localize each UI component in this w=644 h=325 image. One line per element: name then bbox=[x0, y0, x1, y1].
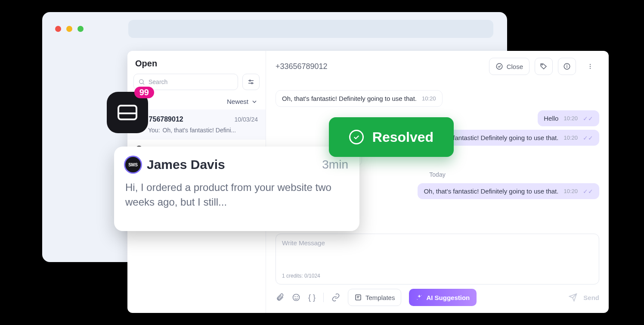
svg-point-6 bbox=[496, 63, 502, 69]
resolved-toast: Resolved bbox=[329, 117, 454, 157]
compose-box[interactable]: Write Message 1 credits: 0/1024 bbox=[276, 234, 599, 284]
chat-title: +33656789012 bbox=[276, 62, 484, 71]
templates-label: Templates bbox=[365, 294, 395, 301]
svg-point-20 bbox=[421, 295, 421, 296]
message-time: 10:20 bbox=[564, 188, 578, 194]
read-receipt-icon: ✓✓ bbox=[583, 188, 593, 195]
compose-toolbar: { } Templates AI Suggestion Send bbox=[266, 284, 609, 313]
minimize-dot[interactable] bbox=[66, 26, 72, 32]
inbox-badge: 99 bbox=[134, 87, 154, 98]
maximize-dot[interactable] bbox=[77, 26, 84, 32]
message-time: 10:20 bbox=[564, 134, 578, 141]
read-receipt-icon: ✓✓ bbox=[583, 115, 593, 122]
svg-point-14 bbox=[293, 294, 300, 301]
ai-suggestion-button[interactable]: AI Suggestion bbox=[409, 289, 477, 306]
sliders-icon bbox=[247, 78, 255, 86]
conversation-item[interactable]: +33 756789012 10/03/24 ✓✓You: Oh, that's… bbox=[127, 109, 266, 140]
sidebar-title: Open bbox=[127, 59, 266, 74]
templates-button[interactable]: Templates bbox=[348, 289, 401, 306]
info-icon bbox=[563, 62, 571, 70]
svg-point-13 bbox=[590, 68, 591, 69]
message-bubble: Oh, that's fantastic! Definitely going t… bbox=[418, 183, 599, 199]
message-text: Hello bbox=[544, 115, 558, 122]
svg-point-0 bbox=[139, 80, 143, 84]
svg-point-11 bbox=[590, 64, 591, 65]
tag-icon bbox=[540, 62, 548, 70]
svg-point-5 bbox=[251, 83, 253, 84]
notif-body: Hi, I ordered a product from your websit… bbox=[125, 180, 348, 209]
info-button[interactable] bbox=[558, 58, 576, 75]
message-bubble: Hello 10:20 ✓✓ bbox=[538, 110, 599, 126]
message-bubble: is fantastic! Definitely going to use th… bbox=[440, 130, 599, 146]
variable-icon[interactable]: { } bbox=[308, 293, 316, 302]
check-circle-icon bbox=[349, 130, 364, 144]
window-controls bbox=[55, 26, 84, 32]
conv-preview: ✓✓You: Oh, that's fantastic! Defini... bbox=[135, 127, 258, 134]
chat-header: +33656789012 Close bbox=[266, 51, 609, 82]
chevron-down-icon bbox=[251, 98, 258, 105]
svg-point-10 bbox=[567, 65, 567, 66]
url-bar[interactable] bbox=[128, 20, 493, 38]
schedule-send-icon[interactable] bbox=[569, 293, 577, 302]
sparkle-icon bbox=[416, 294, 423, 301]
search-icon bbox=[138, 78, 145, 85]
read-receipt-icon: ✓✓ bbox=[583, 134, 593, 141]
close-label: Close bbox=[507, 63, 523, 70]
notif-time: 3min bbox=[322, 158, 348, 172]
notification-card[interactable]: SMS James Davis 3min Hi, I ordered a pro… bbox=[114, 147, 359, 231]
conv-name: +33 756789012 bbox=[135, 116, 230, 123]
message-text: Oh, that's fantastic! Definitely going t… bbox=[282, 95, 417, 102]
svg-point-7 bbox=[542, 65, 543, 66]
inbox-icon bbox=[118, 105, 137, 120]
filter-button[interactable] bbox=[242, 74, 260, 90]
more-button[interactable] bbox=[581, 58, 599, 75]
svg-point-16 bbox=[297, 297, 297, 297]
close-button[interactable]: Close bbox=[489, 58, 529, 75]
message-text: is fantastic! Definitely going to use th… bbox=[446, 134, 558, 141]
link-icon[interactable] bbox=[331, 293, 340, 302]
separator bbox=[323, 293, 324, 302]
message-time: 10:20 bbox=[564, 115, 578, 122]
close-dot[interactable] bbox=[55, 26, 61, 32]
check-circle-icon bbox=[495, 62, 503, 70]
template-icon bbox=[354, 294, 362, 301]
sms-avatar: SMS bbox=[125, 157, 141, 172]
svg-point-3 bbox=[249, 80, 251, 81]
emoji-icon[interactable] bbox=[292, 293, 300, 302]
inbox-widget[interactable]: 99 bbox=[107, 92, 148, 133]
message-bubble: Oh, that's fantastic! Definitely going t… bbox=[276, 90, 443, 107]
attachment-icon[interactable] bbox=[276, 293, 284, 302]
svg-point-15 bbox=[295, 297, 295, 297]
sort-label: Newest bbox=[227, 98, 248, 105]
more-vertical-icon bbox=[586, 62, 594, 70]
svg-line-1 bbox=[143, 83, 144, 84]
search-placeholder: Search bbox=[149, 78, 167, 85]
svg-point-12 bbox=[590, 66, 591, 67]
resolved-label: Resolved bbox=[372, 129, 433, 145]
compose-credits: 1 credits: 0/1024 bbox=[282, 273, 593, 279]
message-text: Oh, that's fantastic! Definitely going t… bbox=[424, 188, 558, 195]
message-time: 10:20 bbox=[422, 95, 436, 102]
compose-placeholder: Write Message bbox=[282, 239, 593, 270]
message-row: Oh, that's fantastic! Definitely going t… bbox=[276, 90, 599, 107]
tag-button[interactable] bbox=[535, 58, 553, 75]
ai-label: AI Suggestion bbox=[426, 294, 470, 301]
notif-name: James Davis bbox=[147, 157, 316, 172]
svg-point-21 bbox=[417, 299, 418, 300]
conv-date: 10/03/24 bbox=[235, 116, 258, 123]
send-button[interactable]: Send bbox=[583, 294, 599, 301]
